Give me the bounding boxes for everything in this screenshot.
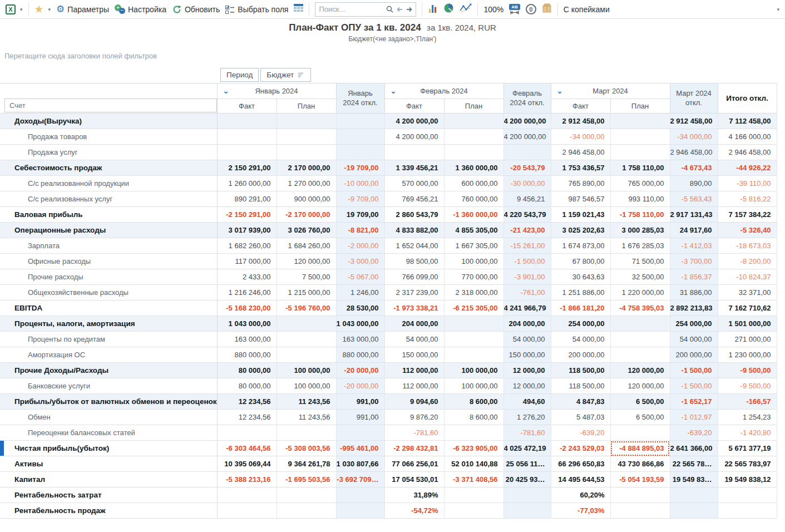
cell[interactable]: -781,60 xyxy=(503,425,551,441)
cell[interactable]: -5 067,00 xyxy=(336,269,384,285)
cell[interactable]: -5 388 213,16 xyxy=(217,472,277,487)
cell[interactable]: -20 000,00 xyxy=(336,363,384,378)
setup-button[interactable]: +− Настройка xyxy=(115,4,166,14)
cell[interactable]: 1 682 260,00 xyxy=(217,238,277,254)
cell[interactable]: 1 652 044,00 xyxy=(384,238,444,254)
cell[interactable]: -2 170 000,00 xyxy=(277,207,336,223)
cell[interactable]: 3 025 202,63 xyxy=(551,223,610,238)
bar-chart-icon[interactable] xyxy=(428,3,438,16)
cell[interactable]: 80 000,00 xyxy=(217,378,277,394)
cell[interactable]: -2 150 291,00 xyxy=(217,207,277,223)
total-column-header[interactable]: Итого откл. xyxy=(718,83,777,114)
cell[interactable]: 32 371,00 xyxy=(718,285,777,301)
row-label[interactable]: Активы xyxy=(0,456,217,472)
row-label[interactable]: Капитал xyxy=(0,472,217,487)
cell[interactable]: -20 000,00 xyxy=(336,378,384,394)
cell[interactable]: 7 162 710,62 xyxy=(718,301,777,316)
cell[interactable]: 1 251 886,00 xyxy=(551,285,610,301)
cell[interactable]: 2 892 213,83 xyxy=(670,301,718,316)
cell[interactable]: -995 461,00 xyxy=(336,441,384,456)
cell[interactable] xyxy=(384,145,444,160)
cell[interactable]: 12 000,00 xyxy=(503,378,551,394)
cell[interactable]: -3 000,00 xyxy=(336,254,384,269)
cell[interactable]: 4 200 000,00 xyxy=(384,114,444,129)
cell[interactable] xyxy=(277,129,336,145)
cell[interactable]: -1 973 338,21 xyxy=(384,301,444,316)
cell[interactable]: 880 000,00 xyxy=(217,347,277,363)
cell[interactable] xyxy=(277,316,336,332)
cell[interactable] xyxy=(444,145,503,160)
cell[interactable]: 2 912 458,00 xyxy=(670,114,718,129)
cell[interactable] xyxy=(444,129,503,145)
cell[interactable]: -8 200,00 xyxy=(718,254,777,269)
column-width-icon[interactable]: AB xyxy=(509,4,520,14)
row-label[interactable]: Чистая прибыль(убыток) xyxy=(0,441,217,456)
cell[interactable] xyxy=(336,503,384,519)
cell[interactable]: -54,72% xyxy=(384,503,444,519)
cell[interactable]: -166,57 xyxy=(718,394,777,410)
cell[interactable]: 1 674 873,00 xyxy=(551,238,610,254)
subcolumn-header[interactable]: Факт xyxy=(384,99,444,114)
cell[interactable]: -1 758 110,00 xyxy=(610,207,670,223)
cell[interactable]: 1 220 000,00 xyxy=(610,285,670,301)
chevron-down-icon[interactable]: ⌄ xyxy=(223,87,229,95)
cell[interactable] xyxy=(217,503,277,519)
row-label[interactable]: Себестоимость продаж xyxy=(0,160,217,176)
cell[interactable]: 11 243,56 xyxy=(277,410,336,425)
cell[interactable]: 100 000,00 xyxy=(277,363,336,378)
cell[interactable]: 1 246,00 xyxy=(336,285,384,301)
cell[interactable]: 77 066 256,01 xyxy=(384,456,444,472)
cell[interactable]: -1 420,80 xyxy=(718,425,777,441)
cell[interactable]: 4 166 000,00 xyxy=(718,129,777,145)
cell[interactable] xyxy=(610,503,670,519)
cell[interactable]: 1 758 110,00 xyxy=(610,160,670,176)
cell[interactable]: 1 215 000,00 xyxy=(277,285,336,301)
cell[interactable] xyxy=(610,114,670,129)
cell[interactable]: 254 000,00 xyxy=(670,316,718,332)
cell[interactable] xyxy=(610,316,670,332)
cell[interactable]: 7 500,00 xyxy=(277,269,336,285)
cell[interactable]: 117 000,00 xyxy=(217,254,277,269)
cell[interactable]: -4 673,43 xyxy=(670,160,718,176)
cell[interactable]: 2 318 000,00 xyxy=(444,285,503,301)
chevron-down-icon[interactable]: ▾ xyxy=(48,7,51,12)
cell[interactable] xyxy=(444,114,503,129)
cell[interactable]: 760 000,00 xyxy=(444,191,503,207)
account-field-button[interactable]: Счет xyxy=(4,98,217,112)
cell[interactable]: -1 012,97 xyxy=(670,410,718,425)
cell[interactable]: 163 000,00 xyxy=(336,332,384,347)
cell[interactable] xyxy=(277,425,336,441)
cell[interactable]: 7 157 384,22 xyxy=(718,207,777,223)
cell[interactable]: 2 170 000,00 xyxy=(277,160,336,176)
search-prev-icon[interactable] xyxy=(397,7,403,12)
cell[interactable]: 80 000,00 xyxy=(217,363,277,378)
cell[interactable]: 10 395 069,44 xyxy=(217,456,277,472)
cell[interactable]: -761,00 xyxy=(503,285,551,301)
cell[interactable]: 769 456,21 xyxy=(384,191,444,207)
cell[interactable]: 987 546,57 xyxy=(551,191,610,207)
cell[interactable]: 204 000,00 xyxy=(503,316,551,332)
cell[interactable]: 494,60 xyxy=(503,394,551,410)
cell[interactable]: 22 565 78… xyxy=(670,456,718,472)
cell[interactable]: 54 000,00 xyxy=(670,332,718,347)
cell[interactable]: 30 643,63 xyxy=(551,269,610,285)
cell[interactable]: 2 946 458,00 xyxy=(551,145,610,160)
cell[interactable]: 4 241 966,79 xyxy=(503,301,551,316)
cell[interactable] xyxy=(277,487,336,503)
cell[interactable]: 4 200 000,00 xyxy=(503,114,551,129)
cell[interactable]: 6 500,00 xyxy=(610,410,670,425)
cell[interactable]: 1 276,20 xyxy=(503,410,551,425)
cell[interactable] xyxy=(670,487,718,503)
subcolumn-header[interactable]: План xyxy=(610,99,670,114)
excel-export-icon[interactable]: X xyxy=(6,4,16,14)
cell[interactable]: -781,60 xyxy=(384,425,444,441)
cell[interactable]: 1 159 021,43 xyxy=(551,207,610,223)
cell[interactable]: 120 000,00 xyxy=(610,363,670,378)
cell[interactable]: 2 946 458,00 xyxy=(718,145,777,160)
chevron-down-icon[interactable]: ⌄ xyxy=(557,87,563,95)
cell[interactable]: 2 912 458,00 xyxy=(551,114,610,129)
cell[interactable] xyxy=(336,145,384,160)
cell[interactable]: -6 215 305,00 xyxy=(444,301,503,316)
cell[interactable]: 4 847,83 xyxy=(551,394,610,410)
cell[interactable]: 43 730 866,86 xyxy=(610,456,670,472)
